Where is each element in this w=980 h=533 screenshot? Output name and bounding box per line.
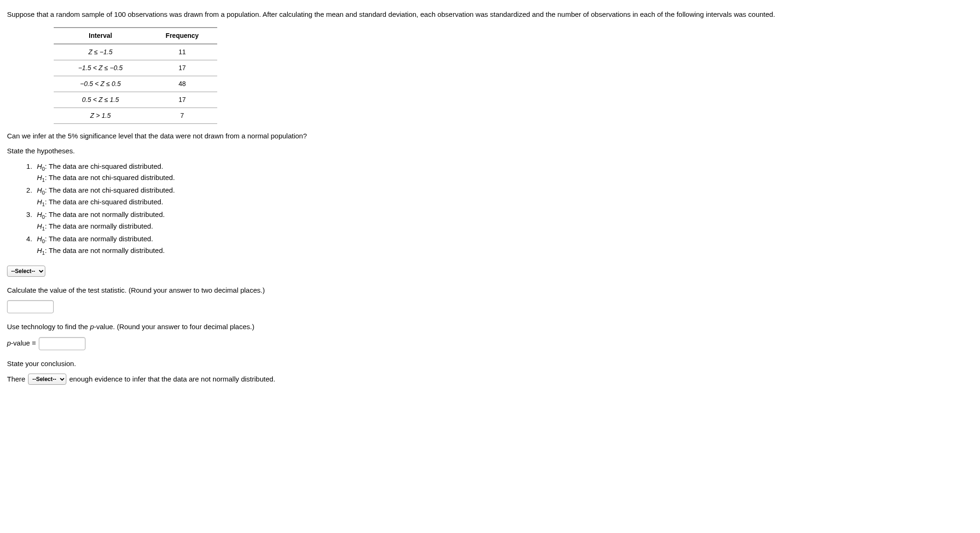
conclusion-prefix: There (7, 374, 25, 385)
frequency-cell: 11 (147, 44, 217, 60)
test-statistic-input[interactable] (7, 300, 54, 313)
interval-cell: Z ≤ −1.5 (54, 44, 147, 60)
h1-text: : The data are chi-squared distributed. (45, 198, 163, 206)
table-row: Z ≤ −1.5 11 (54, 44, 217, 60)
hypothesis-option: H0: The data are normally distributed. H… (34, 234, 973, 257)
h0-label: H (37, 235, 42, 243)
find-p-value-label: Use technology to find the p-value. (Rou… (7, 322, 973, 332)
hypothesis-option: H0: The data are not chi-squared distrib… (34, 185, 973, 209)
h1-label: H (37, 173, 42, 181)
table-header-frequency: Frequency (147, 28, 217, 44)
h0-text: : The data are normally distributed. (45, 235, 153, 243)
interval-cell: 0.5 < Z ≤ 1.5 (54, 92, 147, 108)
frequency-cell: 48 (147, 76, 217, 92)
h0-label: H (37, 210, 42, 218)
hypothesis-option: H0: The data are not normally distribute… (34, 209, 973, 233)
main-question: Can we infer at the 5% significance leve… (7, 131, 973, 142)
h1-text: : The data are not normally distributed. (45, 246, 165, 254)
p-value-input[interactable] (39, 337, 85, 350)
table-row: −0.5 < Z ≤ 0.5 48 (54, 76, 217, 92)
hypothesis-select[interactable]: --Select-- (7, 266, 45, 277)
frequency-cell: 17 (147, 92, 217, 108)
h0-label: H (37, 162, 42, 170)
conclusion-select[interactable]: --Select-- (28, 374, 66, 385)
frequency-cell: 7 (147, 108, 217, 123)
conclusion-suffix: enough evidence to infer that the data a… (69, 374, 275, 385)
h0-label: H (37, 186, 42, 194)
h0-text: : The data are chi-squared distributed. (45, 162, 163, 170)
find-p-value-rest: -value. (Round your answer to four decim… (94, 323, 255, 331)
interval-cell: −1.5 < Z ≤ −0.5 (54, 60, 147, 76)
h0-text: : The data are not chi-squared distribut… (45, 186, 175, 194)
intro-paragraph: Suppose that a random sample of 100 obse… (7, 9, 973, 20)
table-row: 0.5 < Z ≤ 1.5 17 (54, 92, 217, 108)
interval-cell: Z > 1.5 (54, 108, 147, 123)
h1-label: H (37, 198, 42, 206)
interval-cell: −0.5 < Z ≤ 0.5 (54, 76, 147, 92)
frequency-cell: 17 (147, 60, 217, 76)
p-value-equals: -value = (11, 339, 36, 347)
table-row: −1.5 < Z ≤ −0.5 17 (54, 60, 217, 76)
p-value-p-italic: p (90, 323, 94, 331)
h0-text: : The data are not normally distributed. (45, 210, 165, 218)
find-p-value-pre: Use technology to find the (7, 323, 90, 331)
state-hypotheses-label: State the hypotheses. (7, 146, 973, 157)
hypotheses-list: H0: The data are chi-squared distributed… (34, 161, 973, 257)
h1-text: : The data are normally distributed. (45, 222, 153, 230)
state-conclusion-label: State your conclusion. (7, 359, 973, 369)
p-value-row: p-value = (7, 337, 973, 350)
table-header-interval: Interval (54, 28, 147, 44)
conclusion-row: There --Select-- enough evidence to infe… (7, 374, 973, 385)
h1-text: : The data are not chi-squared distribut… (45, 173, 175, 181)
hypothesis-option: H0: The data are chi-squared distributed… (34, 161, 973, 185)
h1-label: H (37, 222, 42, 230)
h1-label: H (37, 246, 42, 254)
calc-test-stat-label: Calculate the value of the test statisti… (7, 285, 973, 296)
p-value-label: p-value = (7, 338, 36, 349)
frequency-table: Interval Frequency Z ≤ −1.5 11 −1.5 < Z … (54, 27, 217, 124)
table-row: Z > 1.5 7 (54, 108, 217, 123)
